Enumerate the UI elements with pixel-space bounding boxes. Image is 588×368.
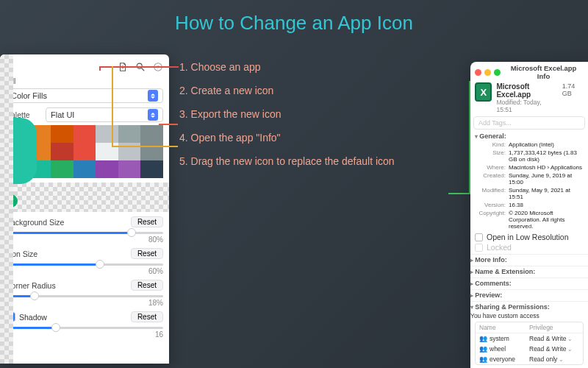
color-swatch[interactable] bbox=[118, 125, 141, 143]
size-label: Size: bbox=[475, 149, 506, 163]
table-row: 👥wheel Read & Write bbox=[476, 344, 583, 354]
name-ext-toggle[interactable]: Name & Extension: bbox=[470, 268, 535, 275]
color-swatch[interactable] bbox=[51, 160, 74, 178]
preview-strip: ✓ bbox=[0, 183, 169, 212]
reset-button[interactable]: Reset bbox=[131, 248, 163, 259]
preview-toggle[interactable]: Preview: bbox=[470, 291, 502, 299]
color-swatch[interactable] bbox=[140, 125, 163, 143]
user-icon: 👥 bbox=[479, 335, 487, 342]
steps-list: 1. Choose an app 2. Create a new icon 3.… bbox=[179, 62, 451, 180]
shadow-reset-button[interactable]: Reset bbox=[131, 311, 163, 322]
titlebar: Microsoft Excel.app Info bbox=[470, 62, 588, 82]
color-swatch[interactable] bbox=[96, 125, 118, 143]
page-title: How to Change an App Icon bbox=[0, 12, 588, 35]
locked-label: Locked bbox=[487, 243, 512, 252]
app-size: 1.74 GB bbox=[562, 82, 584, 97]
kind-label: Kind: bbox=[475, 141, 506, 148]
connector-line bbox=[112, 146, 178, 147]
reset-button[interactable]: Reset bbox=[131, 280, 163, 291]
more-info-toggle[interactable]: More Info: bbox=[470, 256, 507, 263]
slider-value: 18% bbox=[6, 299, 163, 307]
table-row: 👥everyone Read only bbox=[476, 354, 583, 364]
fill-dropdown[interactable]: Color Fills bbox=[6, 88, 163, 103]
color-swatch[interactable] bbox=[74, 160, 96, 178]
open-low-res-checkbox[interactable] bbox=[475, 233, 483, 241]
shadow-value: 16 bbox=[6, 330, 163, 339]
reset-button[interactable]: Reset bbox=[131, 216, 163, 227]
perm-user: everyone bbox=[490, 355, 515, 363]
icon-preview-peek bbox=[0, 118, 37, 184]
step-5: 5. Drag the new icon to replace the defa… bbox=[179, 156, 451, 166]
color-swatch[interactable] bbox=[74, 143, 96, 160]
open-low-res-label: Open in Low Resolution bbox=[487, 233, 569, 241]
minimize-icon[interactable] bbox=[484, 69, 491, 76]
connector-line bbox=[112, 66, 113, 147]
window-title: Microsoft Excel.app Info bbox=[503, 64, 584, 80]
fill-value: Color Fills bbox=[11, 91, 47, 100]
user-icon: 👥 bbox=[479, 345, 487, 353]
perm-col-name: Name bbox=[479, 324, 529, 331]
palette-value: Flat UI bbox=[51, 110, 74, 119]
chevron-up-down-icon bbox=[148, 109, 158, 121]
step-1: 1. Choose an app bbox=[179, 62, 451, 72]
zoom-icon[interactable] bbox=[494, 69, 501, 76]
apply-badge[interactable]: ✓ bbox=[4, 194, 18, 208]
connector-line bbox=[99, 66, 101, 71]
slider-value: 60% bbox=[6, 267, 163, 275]
perm-user: wheel bbox=[490, 345, 506, 353]
modified-label: Modified: bbox=[475, 187, 506, 200]
close-icon[interactable] bbox=[475, 69, 481, 76]
slider-value: 80% bbox=[6, 236, 163, 244]
modified-value: Sunday, May 9, 2021 at 15:51 bbox=[509, 187, 584, 200]
comments-toggle[interactable]: Comments: bbox=[470, 280, 512, 287]
table-row: 👥system Read & Write bbox=[476, 333, 583, 344]
perm-col-priv: Privilege bbox=[529, 324, 579, 331]
kind-value: Application (Intel) bbox=[509, 141, 584, 148]
perm-note: You have custom access bbox=[470, 312, 588, 319]
copyright-label: Copyright: bbox=[475, 210, 506, 230]
created-value: Sunday, June 9, 2019 at 15:00 bbox=[509, 172, 584, 185]
color-swatch[interactable] bbox=[140, 160, 163, 178]
color-swatch[interactable] bbox=[118, 160, 141, 178]
perm-privilege-select[interactable]: Read only bbox=[529, 355, 579, 363]
slider-label: Icon Size bbox=[6, 250, 37, 258]
color-swatch[interactable] bbox=[51, 125, 74, 143]
step-4: 4. Open the app "Info" bbox=[179, 132, 451, 143]
fill-label: Fill bbox=[6, 77, 43, 85]
chevron-up-down-icon bbox=[148, 90, 158, 102]
version-label: Version: bbox=[475, 202, 506, 208]
user-icon: 👥 bbox=[479, 355, 487, 363]
modified-short: Modified: Today, 15:51 bbox=[496, 99, 541, 113]
excel-icon[interactable]: X bbox=[475, 82, 492, 102]
color-swatch[interactable] bbox=[51, 143, 74, 160]
shadow-slider[interactable] bbox=[6, 327, 163, 329]
where-value: Macintosh HD › Applications bbox=[509, 164, 584, 171]
shadow-checkbox[interactable]: ✓ bbox=[6, 312, 15, 322]
slider[interactable] bbox=[6, 263, 163, 266]
step-2: 2. Create a new icon bbox=[179, 85, 451, 96]
connector-line bbox=[448, 193, 470, 194]
general-section-toggle[interactable]: General: bbox=[475, 132, 506, 140]
perm-privilege-select[interactable]: Read & Write bbox=[529, 335, 579, 342]
created-label: Created: bbox=[475, 172, 506, 185]
tags-field[interactable]: Add Tags... bbox=[473, 116, 585, 130]
copyright-value: © 2020 Microsoft Corporation. All rights… bbox=[509, 210, 584, 230]
slider[interactable] bbox=[6, 232, 163, 234]
connector-line bbox=[159, 124, 178, 125]
slider[interactable] bbox=[6, 295, 163, 297]
version-value: 16.38 bbox=[509, 202, 584, 208]
color-swatch[interactable] bbox=[96, 160, 118, 178]
color-swatch[interactable] bbox=[74, 125, 96, 143]
app-name: Microsoft Excel.app bbox=[496, 82, 531, 99]
size-value: 1,737,333,412 bytes (1.83 GB on disk) bbox=[509, 149, 584, 163]
step-3: 3. Export the new icon bbox=[179, 109, 451, 119]
sharing-toggle[interactable]: Sharing & Permissions: bbox=[470, 303, 550, 311]
locked-checkbox bbox=[475, 244, 483, 252]
perm-user: system bbox=[490, 335, 509, 342]
palette-dropdown[interactable]: Flat UI bbox=[46, 107, 163, 122]
icon-editor-panel: ? Fill Color Fills Palette Flat UI ✓ Bac… bbox=[0, 54, 169, 364]
where-label: Where: bbox=[475, 164, 506, 171]
get-info-window: Microsoft Excel.app Info X Microsoft Exc… bbox=[470, 62, 588, 368]
perm-privilege-select[interactable]: Read & Write bbox=[529, 345, 579, 353]
slider-label: Background Size bbox=[6, 218, 64, 227]
